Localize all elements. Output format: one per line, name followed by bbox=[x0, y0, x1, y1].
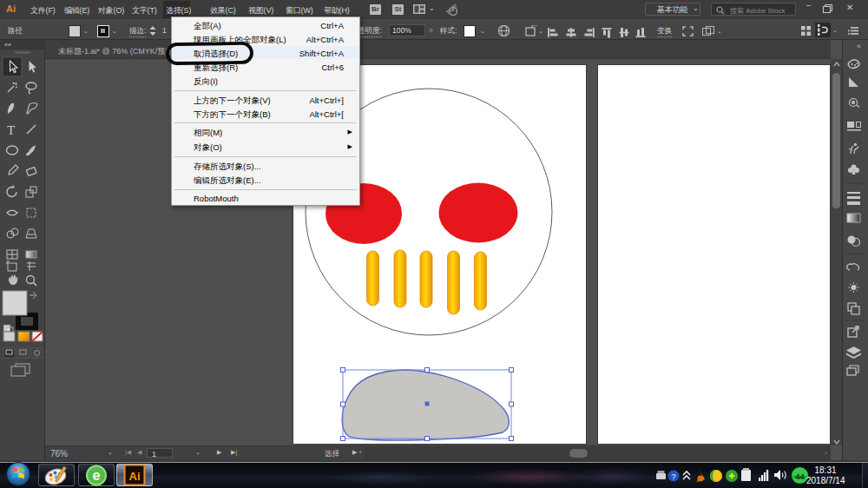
svg-text:Ai: Ai bbox=[129, 470, 141, 483]
svg-text:T: T bbox=[7, 123, 15, 137]
svg-text:e: e bbox=[93, 468, 101, 483]
svg-text:««: «« bbox=[4, 42, 11, 48]
svg-text:?: ? bbox=[671, 472, 675, 481]
svg-text:44: 44 bbox=[795, 472, 805, 481]
